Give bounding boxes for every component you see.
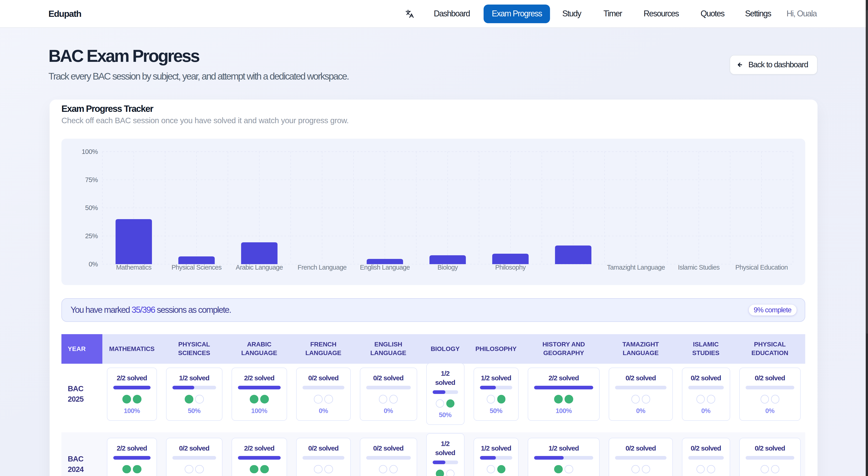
svg-text:Biology: Biology <box>437 264 458 271</box>
svg-text:Islamic Studies: Islamic Studies <box>678 264 719 271</box>
svg-text:French Language: French Language <box>298 264 346 271</box>
svg-text:100%: 100% <box>82 148 98 155</box>
svg-text:Physical Education: Physical Education <box>735 264 788 271</box>
svg-text:Arabic Language: Arabic Language <box>236 264 283 271</box>
svg-text:Tamazight Language: Tamazight Language <box>607 264 665 271</box>
svg-text:75%: 75% <box>85 176 98 183</box>
svg-text:Philosophy: Philosophy <box>495 264 526 271</box>
svg-text:25%: 25% <box>85 232 98 239</box>
svg-text:English Language: English Language <box>360 264 410 271</box>
svg-text:Physical Sciences: Physical Sciences <box>172 264 222 271</box>
svg-text:Mathematics: Mathematics <box>116 264 152 271</box>
svg-text:50%: 50% <box>85 204 98 211</box>
svg-text:0%: 0% <box>89 260 98 268</box>
